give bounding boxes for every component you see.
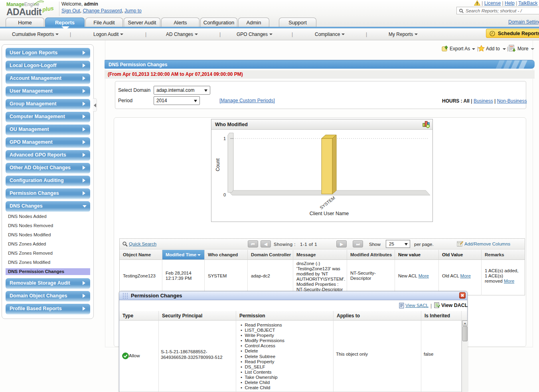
svg-text:Client User Name: Client User Name	[310, 211, 349, 216]
svg-text:Count: Count	[215, 158, 221, 171]
svg-text:0: 0	[223, 192, 226, 197]
svg-text:SYSTEM: SYSTEM	[319, 195, 336, 210]
svg-text:1: 1	[223, 136, 226, 141]
